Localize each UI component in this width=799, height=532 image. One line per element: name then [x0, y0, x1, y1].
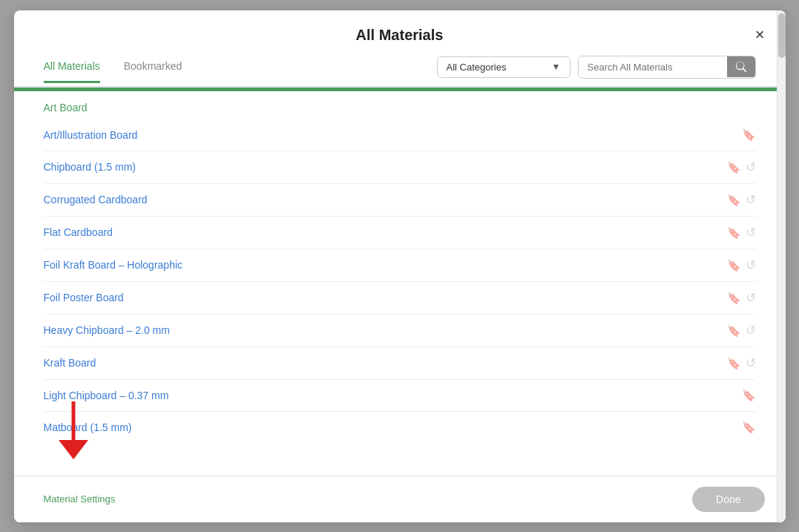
scrollbar-track[interactable]: [777, 10, 786, 522]
tab-all-materials[interactable]: All Materials: [44, 60, 100, 83]
item-actions: 🔖↺: [727, 259, 756, 272]
category-dropdown[interactable]: All Categories ▼: [437, 56, 571, 78]
material-item: Art/Illustration Board🔖: [44, 119, 756, 151]
modal-overlay: All Materials × All Materials Bookmarked…: [0, 0, 799, 532]
tabs-right: All Categories ▼: [437, 56, 756, 86]
item-actions: 🔖↺: [727, 292, 756, 304]
bookmark-icon[interactable]: 🔖: [742, 390, 756, 401]
chevron-down-icon: ▼: [552, 62, 561, 72]
material-item: Flat Cardboard🔖↺: [44, 217, 756, 249]
material-name[interactable]: Foil Kraft Board – Holographic: [44, 259, 183, 271]
search-button[interactable]: [727, 56, 755, 77]
material-item: Light Chipboard – 0.37 mm🔖: [44, 380, 756, 412]
bookmark-icon[interactable]: 🔖: [742, 421, 756, 433]
item-actions: 🔖: [742, 421, 756, 433]
search-box: [578, 56, 756, 79]
modal-title: All Materials: [356, 27, 444, 44]
material-item: Foil Kraft Board – Holographic🔖↺: [44, 249, 756, 282]
modal-footer: Material Settings Done: [14, 476, 786, 522]
close-button[interactable]: ×: [749, 24, 771, 46]
material-name[interactable]: Art/Illustration Board: [44, 129, 138, 141]
material-item: Heavy Chipboard – 2.0 mm🔖↺: [44, 315, 756, 347]
item-actions: 🔖↺: [727, 324, 756, 337]
materials-list: Art/Illustration Board🔖Chipboard (1.5 mm…: [44, 119, 756, 443]
material-name[interactable]: Flat Cardboard: [44, 226, 113, 238]
bookmark-icon[interactable]: 🔖: [727, 227, 741, 238]
search-icon: [736, 62, 746, 72]
item-actions: 🔖: [742, 390, 756, 401]
item-actions: 🔖↺: [727, 194, 756, 206]
category-label: All Categories: [447, 62, 507, 73]
tabs-left: All Materials Bookmarked: [44, 60, 183, 82]
material-item: Kraft Board🔖↺: [44, 347, 756, 380]
refresh-icon[interactable]: ↺: [746, 194, 756, 206]
refresh-icon[interactable]: ↺: [746, 357, 756, 370]
material-name[interactable]: Kraft Board: [44, 357, 96, 369]
refresh-icon[interactable]: ↺: [746, 161, 756, 174]
content-area: Art Board Art/Illustration Board🔖Chipboa…: [14, 91, 786, 476]
material-item: Corrugated Cardboard🔖↺: [44, 184, 756, 217]
bookmark-icon[interactable]: 🔖: [727, 358, 741, 369]
refresh-icon[interactable]: ↺: [746, 259, 756, 272]
bookmark-icon[interactable]: 🔖: [727, 194, 741, 206]
material-name[interactable]: Heavy Chipboard – 2.0 mm: [44, 324, 170, 336]
tabs-bar: All Materials Bookmarked All Categories …: [14, 44, 786, 88]
modal-header: All Materials ×: [14, 10, 786, 44]
category-header: Art Board: [44, 91, 756, 119]
modal-container: All Materials × All Materials Bookmarked…: [14, 10, 786, 522]
material-name[interactable]: Light Chipboard – 0.37 mm: [44, 390, 169, 401]
bookmark-icon[interactable]: 🔖: [727, 325, 741, 336]
done-button[interactable]: Done: [692, 487, 764, 512]
material-name[interactable]: Chipboard (1.5 mm): [44, 161, 137, 173]
material-item: Chipboard (1.5 mm)🔖↺: [44, 151, 756, 184]
item-actions: 🔖↺: [727, 226, 756, 239]
search-input[interactable]: [579, 56, 727, 78]
item-actions: 🔖↺: [727, 161, 756, 174]
material-item: Matboard (1.5 mm)🔖: [44, 412, 756, 443]
material-name[interactable]: Corrugated Cardboard: [44, 194, 148, 206]
tab-bookmarked[interactable]: Bookmarked: [124, 60, 183, 83]
bookmark-icon[interactable]: 🔖: [742, 129, 756, 140]
bookmark-icon[interactable]: 🔖: [727, 162, 741, 173]
material-settings-link[interactable]: Material Settings: [44, 493, 116, 505]
refresh-icon[interactable]: ↺: [746, 324, 756, 337]
material-name[interactable]: Matboard (1.5 mm): [44, 421, 132, 433]
bookmark-icon[interactable]: 🔖: [727, 260, 741, 271]
bookmark-icon[interactable]: 🔖: [727, 292, 741, 303]
item-actions: 🔖↺: [727, 357, 756, 370]
material-item: Foil Poster Board🔖↺: [44, 282, 756, 315]
material-name[interactable]: Foil Poster Board: [44, 292, 124, 303]
refresh-icon[interactable]: ↺: [746, 292, 756, 304]
refresh-icon[interactable]: ↺: [746, 226, 756, 239]
item-actions: 🔖: [742, 129, 756, 140]
